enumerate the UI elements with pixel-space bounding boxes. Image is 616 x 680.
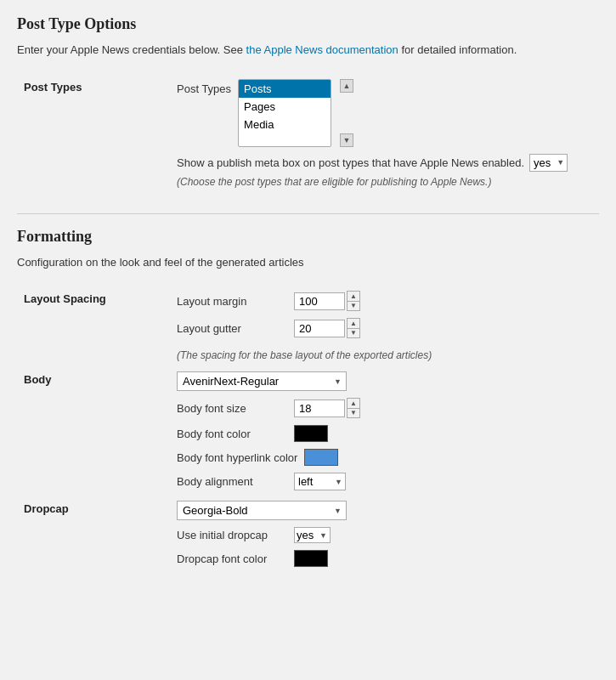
- layout-gutter-input[interactable]: [294, 320, 345, 337]
- body-font-size-input[interactable]: [294, 400, 345, 417]
- layout-spacing-group: Layout margin ▲ ▼ Layout gutter: [177, 291, 592, 361]
- post-types-listbox[interactable]: Posts Pages Media: [238, 79, 331, 147]
- body-label: Body: [17, 366, 170, 496]
- dropcap-font-color-row: Dropcap font color: [177, 550, 592, 567]
- body-font-color-row: Body font color: [177, 425, 592, 442]
- layout-margin-row: Layout margin ▲ ▼: [177, 291, 592, 311]
- scroll-up-btn[interactable]: ▲: [340, 79, 353, 93]
- layout-margin-spinner-btns: ▲ ▼: [347, 291, 360, 311]
- dropcap-font-select[interactable]: Georgia-Bold Arial-Bold TimesNewRoman-Bo…: [177, 501, 347, 520]
- body-controls: AvenirNext-Regular Arial Georgia Helveti…: [170, 366, 599, 496]
- dropcap-label: Dropcap: [17, 496, 170, 572]
- layout-gutter-row: Layout gutter ▲ ▼: [177, 318, 592, 338]
- post-types-control: Post Types Posts Pages Media ▲ ▼: [170, 74, 599, 193]
- layout-margin-spinner: ▲ ▼: [294, 291, 360, 311]
- formatting-section: Formatting Configuration on the look and…: [17, 228, 599, 573]
- layout-gutter-spinner-btns: ▲ ▼: [347, 318, 360, 338]
- dropcap-initial-label: Use initial dropcap: [177, 529, 287, 541]
- body-font-select[interactable]: AvenirNext-Regular Arial Georgia Helveti…: [177, 371, 347, 391]
- body-font-dropdown-wrapper: AvenirNext-Regular Arial Georgia Helveti…: [177, 371, 347, 391]
- layout-gutter-label: Layout gutter: [177, 322, 287, 335]
- layout-margin-label: Layout margin: [177, 295, 287, 308]
- description-post: for detailed information.: [398, 43, 517, 56]
- body-alignment-dropdown-wrapper: left center right: [294, 473, 346, 490]
- dropcap-font-color-label: Dropcap font color: [177, 552, 287, 565]
- layout-margin-down-btn[interactable]: ▼: [347, 301, 360, 311]
- layout-gutter-down-btn[interactable]: ▼: [347, 328, 360, 338]
- formatting-title: Formatting: [17, 228, 599, 246]
- body-alignment-row: Body alignment left center right: [177, 473, 592, 490]
- dropcap-initial-select[interactable]: yes no: [294, 527, 331, 543]
- post-types-row: Post Types Post Types Posts Pages Media: [17, 74, 599, 193]
- layout-spacing-note: (The spacing for the base layout of the …: [177, 349, 592, 361]
- listbox-wrapper: Posts Pages Media: [238, 79, 331, 147]
- layout-gutter-spinner: ▲ ▼: [294, 318, 360, 338]
- post-types-table: Post Types Post Types Posts Pages Media: [17, 74, 599, 193]
- body-font-size-label: Body font size: [177, 402, 287, 415]
- body-font-row: AvenirNext-Regular Arial Georgia Helveti…: [177, 371, 592, 391]
- dropcap-font-color-swatch[interactable]: [294, 550, 328, 567]
- dropcap-initial-row: Use initial dropcap yes no: [177, 527, 592, 543]
- body-hyperlink-color-swatch[interactable]: [304, 449, 338, 466]
- body-font-size-row: Body font size ▲ ▼: [177, 398, 592, 418]
- body-font-size-up-btn[interactable]: ▲: [347, 398, 360, 408]
- layout-spacing-row: Layout Spacing Layout margin ▲ ▼: [17, 286, 599, 366]
- layout-gutter-up-btn[interactable]: ▲: [347, 318, 360, 328]
- post-types-container: Post Types Posts Pages Media ▲ ▼: [177, 79, 592, 147]
- body-alignment-select[interactable]: left center right: [294, 473, 346, 490]
- section-divider-1: [17, 213, 599, 214]
- body-font-size-spinner-btns: ▲ ▼: [347, 398, 360, 418]
- listbox-option-media: Media: [239, 116, 331, 133]
- body-font-size-spinner: ▲ ▼: [294, 398, 360, 418]
- body-hyperlink-color-row: Body font hyperlink color: [177, 449, 592, 466]
- dropcap-font-row: Georgia-Bold Arial-Bold TimesNewRoman-Bo…: [177, 501, 592, 520]
- post-types-inner-label: Post Types: [177, 82, 231, 95]
- publish-meta-label: Show a publish meta box on post types th…: [177, 156, 524, 169]
- body-alignment-label: Body alignment: [177, 475, 287, 488]
- listbox-option-pages: Pages: [239, 98, 331, 116]
- body-font-size-down-btn[interactable]: ▼: [347, 408, 360, 418]
- body-hyperlink-color-label: Body font hyperlink color: [177, 451, 297, 464]
- formatting-description: Configuration on the look and feel of th…: [17, 254, 599, 271]
- dropcap-row: Dropcap Georgia-Bold Arial-Bold TimesNew…: [17, 496, 599, 572]
- post-types-label: Post Types: [17, 74, 170, 193]
- dropcap-initial-dropdown-wrapper: yes no: [294, 527, 331, 543]
- body-font-color-swatch[interactable]: [294, 425, 328, 442]
- listbox-option-posts: Posts: [239, 80, 331, 98]
- dropcap-group: Georgia-Bold Arial-Bold TimesNewRoman-Bo…: [177, 501, 592, 567]
- body-font-color-label: Body font color: [177, 428, 287, 440]
- body-group: AvenirNext-Regular Arial Georgia Helveti…: [177, 371, 592, 490]
- publish-meta-dropdown-wrapper: yes no: [529, 154, 568, 172]
- page-title: Post Type Options: [17, 15, 599, 33]
- layout-spacing-label: Layout Spacing: [17, 286, 170, 366]
- formatting-table: Layout Spacing Layout margin ▲ ▼: [17, 286, 599, 572]
- body-row: Body AvenirNext-Regular Arial Georgia He…: [17, 366, 599, 496]
- publish-meta-row: Show a publish meta box on post types th…: [177, 154, 592, 172]
- post-types-note: (Choose the post types that are eligible…: [177, 176, 592, 188]
- page-description: Enter your Apple News credentials below.…: [17, 42, 599, 59]
- dropcap-controls: Georgia-Bold Arial-Bold TimesNewRoman-Bo…: [170, 496, 599, 572]
- scrollbar-arrows: ▲ ▼: [340, 79, 353, 147]
- layout-margin-input[interactable]: [294, 292, 345, 310]
- publish-meta-select[interactable]: yes no: [529, 154, 568, 172]
- dropcap-font-dropdown-wrapper: Georgia-Bold Arial-Bold TimesNewRoman-Bo…: [177, 501, 347, 520]
- scroll-down-btn[interactable]: ▼: [340, 133, 353, 147]
- apple-news-docs-link[interactable]: the Apple News documentation: [246, 43, 398, 56]
- layout-spacing-controls: Layout margin ▲ ▼ Layout gutter: [170, 286, 599, 366]
- layout-margin-up-btn[interactable]: ▲: [347, 291, 360, 301]
- page-container: Post Type Options Enter your Apple News …: [0, 0, 616, 608]
- post-type-options-section: Post Type Options Enter your Apple News …: [17, 15, 599, 193]
- description-pre: Enter your Apple News credentials below.…: [17, 43, 246, 56]
